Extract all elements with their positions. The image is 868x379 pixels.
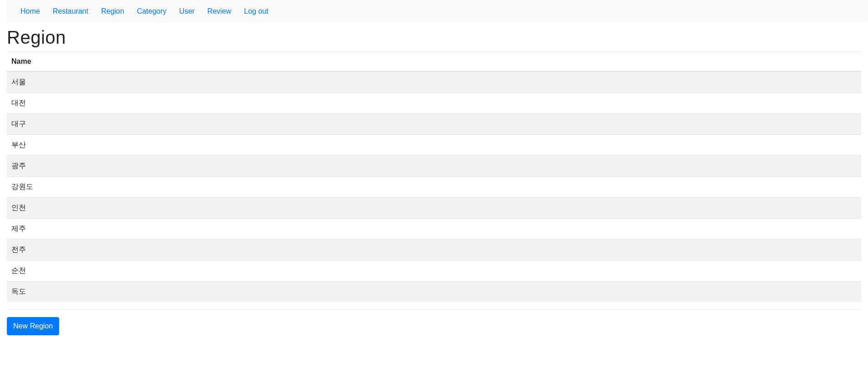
nav-list: Home Restaurant Region Category User Rev…: [14, 4, 861, 19]
table-row: 전주: [7, 240, 861, 261]
nav-review[interactable]: Review: [201, 4, 237, 19]
cell-name: 광주: [7, 156, 861, 177]
table-row: 부산: [7, 135, 861, 156]
action-divider: [7, 309, 861, 310]
table-row: 서울: [7, 72, 861, 93]
table-row: 제주: [7, 219, 861, 240]
cell-name: 전주: [7, 240, 861, 261]
region-table: Name 서울대전대구부산광주강원도인천제주전주순천독도: [7, 52, 861, 302]
cell-name: 독도: [7, 282, 861, 302]
nav-user[interactable]: User: [173, 4, 201, 19]
cell-name: 대구: [7, 114, 861, 135]
col-name: Name: [7, 52, 861, 72]
cell-name: 순천: [7, 261, 861, 282]
table-row: 독도: [7, 282, 861, 302]
new-region-button[interactable]: New Region: [7, 317, 59, 335]
table-row: 강원도: [7, 177, 861, 198]
table-row: 대구: [7, 114, 861, 135]
nav-region[interactable]: Region: [95, 4, 131, 19]
table-row: 순천: [7, 261, 861, 282]
cell-name: 인천: [7, 198, 861, 219]
cell-name: 강원도: [7, 177, 861, 198]
nav-home[interactable]: Home: [14, 4, 46, 19]
page-title: Region: [7, 27, 861, 48]
table-row: 광주: [7, 156, 861, 177]
cell-name: 서울: [7, 72, 861, 93]
nav-logout[interactable]: Log out: [238, 4, 275, 19]
table-row: 대전: [7, 93, 861, 114]
cell-name: 대전: [7, 93, 861, 114]
table-row: 인천: [7, 198, 861, 219]
cell-name: 제주: [7, 219, 861, 240]
table-header-row: Name: [7, 52, 861, 72]
nav-category[interactable]: Category: [131, 4, 173, 19]
navbar: Home Restaurant Region Category User Rev…: [7, 0, 868, 23]
cell-name: 부산: [7, 135, 861, 156]
nav-restaurant[interactable]: Restaurant: [46, 4, 95, 19]
